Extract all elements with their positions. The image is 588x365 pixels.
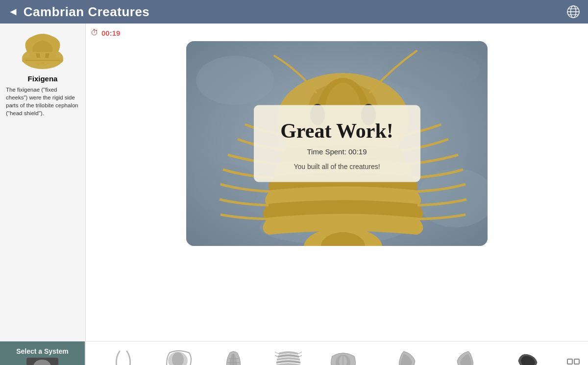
svg-rect-38 — [574, 359, 579, 364]
part-thorax[interactable]: Thorax — [274, 348, 303, 365]
timer-row: ⏱ 00:19 — [91, 28, 120, 37]
part-left-librigena[interactable]: Left Librigena — [451, 348, 487, 365]
part-fixigena[interactable]: Fixigena — [164, 348, 193, 365]
sidebar: Fixigena The fixigenae ("fixed cheeks") … — [0, 24, 86, 341]
eyes-icon — [513, 348, 541, 365]
part-antenna[interactable]: Antenna — [109, 348, 137, 365]
creature-description: The fixigenae ("fixed cheeks") were the … — [6, 86, 79, 117]
part-pygidium[interactable]: Pygidium — [329, 348, 358, 365]
content-area: ⏱ 00:19 — [86, 24, 588, 341]
part-right-librigena[interactable]: Right Librigena — [384, 348, 424, 365]
svg-point-13 — [382, 51, 480, 90]
main-area: Fixigena The fixigenae ("fixed cheeks") … — [0, 24, 588, 341]
time-spent: Time Spent: 00:19 — [277, 147, 397, 156]
completion-title: Great Work! — [277, 119, 397, 143]
grid-icon[interactable] — [564, 356, 582, 365]
pygidium-icon — [329, 348, 358, 365]
app-title: Cambrian Creatures — [24, 4, 150, 20]
part-glabella[interactable]: Glabella — [219, 348, 247, 365]
select-system-label: Select a System — [16, 347, 69, 356]
right-librigena-icon — [390, 348, 418, 365]
bottom-bar: Select a System Trilobite — [0, 341, 588, 365]
completion-message: You built all of the creatures! — [277, 163, 397, 170]
trilobite-thumbnail[interactable] — [26, 358, 58, 365]
globe-icon[interactable] — [566, 5, 580, 19]
app-header: ◄ Cambrian Creatures — [0, 0, 588, 24]
svg-rect-37 — [567, 359, 572, 364]
part-eyes[interactable]: Eyes — [513, 348, 541, 365]
antenna-icon — [109, 348, 137, 365]
header-left: ◄ Cambrian Creatures — [8, 4, 149, 20]
svg-point-12 — [196, 56, 274, 105]
select-system-button[interactable]: Select a System — [11, 344, 74, 358]
parts-bar: Antenna Fixigena — [86, 341, 564, 365]
left-librigena-icon — [454, 348, 483, 365]
trilobite-display: Great Work! Time Spent: 00:19 You built … — [186, 41, 488, 246]
fixigena-icon — [164, 348, 193, 365]
sidebar-creature-image — [16, 31, 70, 71]
back-button[interactable]: ◄ — [8, 5, 19, 18]
thorax-icon — [274, 348, 303, 365]
completion-overlay: Great Work! Time Spent: 00:19 You built … — [254, 105, 420, 182]
system-selector[interactable]: Select a System Trilobite — [0, 341, 86, 365]
timer-value: 00:19 — [101, 29, 120, 37]
timer-icon: ⏱ — [91, 28, 98, 37]
creature-name: Fixigena — [28, 74, 58, 83]
glabella-icon — [219, 348, 247, 365]
